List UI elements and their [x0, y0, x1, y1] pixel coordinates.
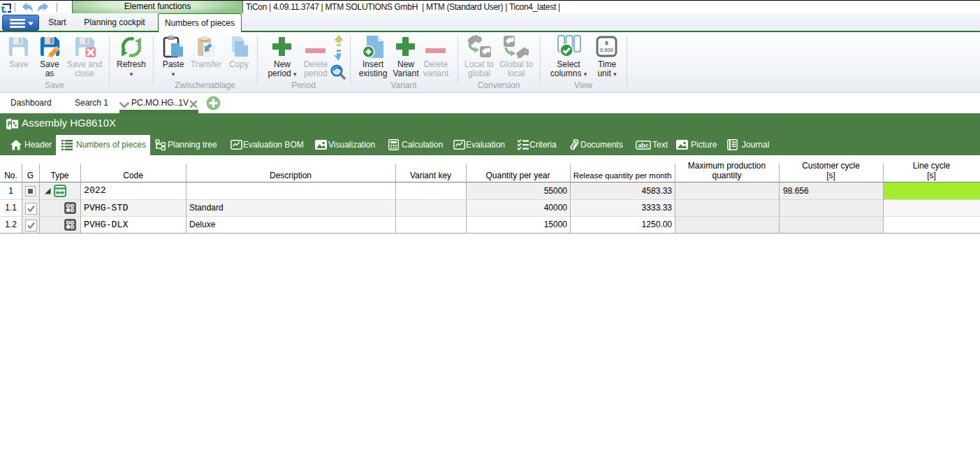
svg-text:0.000: 0.000: [600, 47, 613, 53]
svg-text:s: s: [605, 39, 608, 46]
svg-text:abc: abc: [638, 142, 648, 149]
